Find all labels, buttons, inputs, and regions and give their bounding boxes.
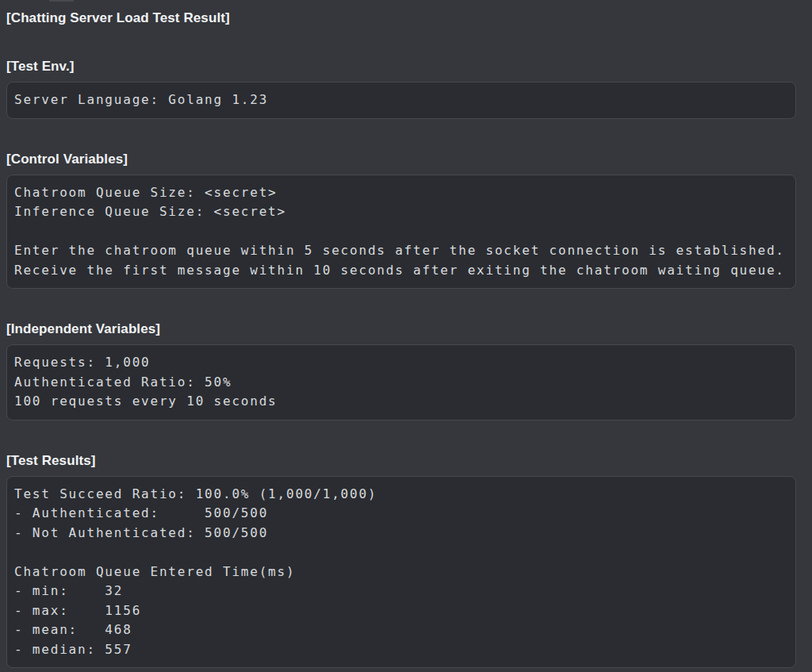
previous-message-text-fragment [49,0,74,2]
chat-message-area: [Chatting Server Load Test Result] [Test… [0,0,812,672]
section-heading-test-results: [Test Results] [6,452,796,469]
code-block-test-results: Test Succeed Ratio: 100.0% (1,000/1,000)… [6,476,796,669]
section-heading-test-env: [Test Env.] [6,58,796,75]
code-block-test-env: Server Language: Golang 1.23 [6,82,796,119]
message-title: [Chatting Server Load Test Result] [6,10,796,26]
code-block-independent-variables: Requests: 1,000 Authenticated Ratio: 50%… [6,344,796,420]
section-heading-control-variables: [Control Variables] [6,151,796,167]
section-heading-independent-variables: [Independent Variables] [6,321,796,337]
code-block-control-variables: Chatroom Queue Size: <secret> Inference … [6,175,796,290]
